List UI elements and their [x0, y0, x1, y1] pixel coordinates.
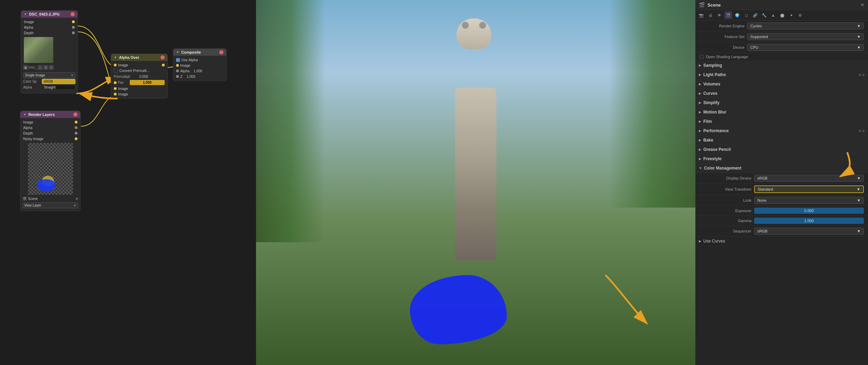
toolbar-camera-icon[interactable]: 📷: [697, 11, 705, 19]
dsc-icon-3[interactable]: ⊡: [43, 65, 48, 70]
gamma-row: Gamma 1.000: [695, 216, 868, 226]
dsc-icon-4[interactable]: ✕: [49, 65, 54, 70]
dsc-icon-1[interactable]: ▣: [23, 65, 28, 70]
section-motion-blur[interactable]: ▶ Motion Blur: [695, 108, 868, 117]
dsc-icon-2[interactable]: □: [38, 65, 43, 70]
light-paths-icon2[interactable]: ≡: [862, 73, 865, 77]
bake-title: Bake: [703, 138, 713, 143]
toolbar-material-icon[interactable]: ⬤: [778, 11, 786, 19]
dsc-filename-short: DSC_: [29, 66, 37, 69]
dsc-alpha-socket[interactable]: [72, 26, 75, 29]
dsc-collapse-arrow[interactable]: ▼: [24, 12, 27, 16]
light-paths-title: Light Paths: [703, 72, 726, 77]
dsc-image-node[interactable]: ▼ DSC_0423-2.JPG Image Alpha Depth ▣ D: [21, 10, 78, 93]
color-management-header[interactable]: ▼ Color Management: [695, 164, 868, 173]
dsc-depth-socket[interactable]: [72, 31, 75, 34]
alpha-fac-value[interactable]: 1.000: [130, 80, 165, 85]
view-transform-label: View Transform: [700, 187, 751, 191]
section-freestyle[interactable]: ▶ Freestyle: [695, 154, 868, 164]
dsc-mode-select[interactable]: Single Image ▼: [23, 72, 75, 78]
node-editor[interactable]: ▼ DSC_0423-2.JPG Image Alpha Depth ▣ D: [0, 0, 256, 365]
dsc-depth-label: Depth: [24, 31, 34, 35]
feature-set-select[interactable]: Supported ▼: [747, 33, 864, 40]
look-select[interactable]: None ▼: [754, 197, 864, 204]
render-layer-select[interactable]: View Layer ▼: [22, 202, 78, 208]
render-scene-x[interactable]: ✕: [75, 197, 78, 201]
render-engine-chevron: ▼: [857, 24, 861, 28]
section-bake[interactable]: ▶ Bake: [695, 136, 868, 145]
toolbar-constraint-icon[interactable]: 🔗: [751, 11, 759, 19]
osl-checkbox[interactable]: [700, 55, 704, 59]
render-image-socket[interactable]: [75, 121, 77, 124]
alpha-output-socket[interactable]: [162, 64, 165, 66]
render-engine-label: Render Engine: [700, 24, 744, 28]
section-performance[interactable]: ▶ Performance ≡ ≡: [695, 126, 868, 136]
dsc-node-dot: [71, 12, 75, 16]
render-alpha-socket[interactable]: [75, 126, 77, 129]
gamma-slider[interactable]: 1.000: [754, 218, 864, 224]
exposure-slider[interactable]: 0.000: [754, 208, 864, 214]
device-select[interactable]: CPU ▼: [747, 44, 864, 51]
alpha-fac-socket[interactable]: [114, 81, 117, 84]
section-film[interactable]: ▶ Film: [695, 117, 868, 126]
performance-arrow: ▶: [699, 129, 701, 133]
properties-close[interactable]: ✕: [860, 2, 865, 8]
render-engine-select[interactable]: Cycles ▼: [747, 22, 864, 29]
dsc-alpha-ctrl-value[interactable]: Straight: [42, 85, 75, 90]
composite-use-alpha-checkbox[interactable]: ✓: [176, 58, 180, 62]
statue-eye-right: [479, 22, 486, 29]
dsc-controls: Single Image ▼ Color Sp sRGB Alpha Strai…: [21, 71, 77, 92]
dsc-node-header: ▼ DSC_0423-2.JPG: [21, 11, 77, 18]
alpha-over-node[interactable]: ▼ Alpha Over Image Convert Premulti... P…: [111, 54, 168, 99]
toolbar-data-icon[interactable]: ▲: [769, 11, 777, 19]
composite-input-socket[interactable]: [176, 64, 179, 67]
section-simplify[interactable]: ▶ Simplify: [695, 98, 868, 108]
composite-z-socket[interactable]: [176, 75, 179, 78]
alpha-input-label: Image: [118, 63, 128, 67]
toolbar-modifier-icon[interactable]: 🔧: [760, 11, 768, 19]
display-device-value: sRGB: [757, 176, 767, 180]
render-noisy-socket[interactable]: [75, 137, 77, 140]
toolbar-output-icon[interactable]: 🖨: [706, 11, 714, 19]
performance-icon2[interactable]: ≡: [862, 129, 865, 133]
alpha-input-socket[interactable]: [114, 64, 117, 66]
sequencer-select[interactable]: sRGB ▼: [754, 228, 864, 235]
viewport-3d[interactable]: [256, 0, 695, 365]
section-light-paths[interactable]: ▶ Light Paths ≡ ≡: [695, 70, 868, 80]
alpha-convert-checkbox[interactable]: [114, 69, 118, 73]
alpha-image2-socket[interactable]: [114, 93, 117, 95]
render-layers-node[interactable]: ▼ Render Layers Image Alpha Depth Noisy …: [20, 111, 81, 211]
composite-input-image: Image: [173, 63, 226, 68]
dsc-thumbnail: [24, 37, 53, 63]
section-curves[interactable]: ▶ Curves: [695, 89, 868, 98]
performance-icon1[interactable]: ≡: [859, 129, 861, 133]
composite-alpha-value: 1.000: [194, 69, 202, 73]
composite-collapse-arrow[interactable]: ▼: [176, 51, 179, 54]
render-scene-icon: 🎬: [22, 197, 27, 201]
section-sampling[interactable]: ▶ Sampling: [695, 61, 868, 70]
toolbar-world-icon[interactable]: 🌍: [733, 11, 741, 19]
feature-set-label: Feature Set: [700, 35, 744, 39]
toolbar-physics-icon[interactable]: ⚙: [796, 11, 804, 19]
toolbar-object-icon[interactable]: ◻: [742, 11, 750, 19]
view-transform-row: View Transform Standard ▼: [695, 184, 868, 195]
section-volumes[interactable]: ▶ Volumes: [695, 80, 868, 89]
display-device-select[interactable]: sRGB ▼: [754, 175, 864, 182]
dsc-image-socket[interactable]: [72, 20, 75, 23]
toolbar-view-icon[interactable]: 👁: [715, 11, 723, 19]
section-grease-pencil[interactable]: ▶ Grease Pencil: [695, 145, 868, 154]
dsc-colorspace-value[interactable]: sRGB: [42, 79, 75, 84]
composite-node[interactable]: ▼ Composite ✓ Use Alpha Image Alpha 1.00…: [173, 48, 227, 81]
render-collapse-arrow[interactable]: ▼: [23, 113, 26, 116]
light-paths-icon1[interactable]: ≡: [859, 73, 861, 77]
osl-label: Open Shading Language: [706, 55, 748, 59]
alpha-image1-socket[interactable]: [114, 87, 117, 90]
render-scene-select: View Layer ▼: [20, 201, 80, 209]
view-transform-select[interactable]: Standard ▼: [754, 185, 864, 193]
render-depth-socket[interactable]: [75, 132, 77, 135]
composite-alpha-socket[interactable]: [176, 70, 179, 72]
toolbar-particles-icon[interactable]: ✦: [787, 11, 795, 19]
film-arrow: ▶: [699, 120, 701, 123]
alpha-collapse-arrow[interactable]: ▼: [114, 56, 117, 59]
toolbar-scene-icon[interactable]: 🎬: [724, 11, 732, 19]
